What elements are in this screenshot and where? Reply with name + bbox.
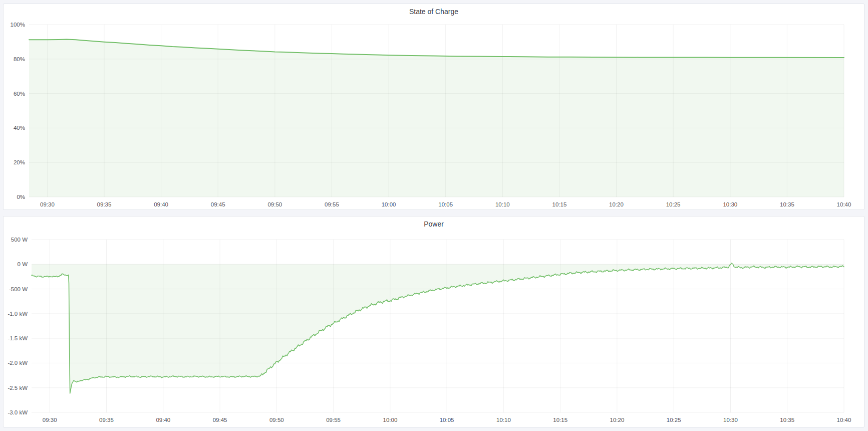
x-tick-label: 09:45 (213, 417, 227, 423)
x-tick-label: 09:50 (267, 201, 282, 207)
y-tick-label: -2.5 kW (8, 385, 28, 391)
y-tick-label: -3.0 kW (8, 409, 28, 415)
x-tick-label: 09:30 (40, 201, 55, 207)
x-tick-label: 10:40 (837, 201, 851, 207)
x-tick-label: 10:10 (495, 201, 510, 207)
x-tick-label: 10:30 (723, 417, 738, 423)
x-tick-label: 10:20 (609, 201, 624, 207)
y-tick-label: 0% (17, 194, 25, 200)
x-tick-label: 09:30 (43, 417, 57, 423)
series-area-fill (29, 40, 844, 197)
x-tick-label: 10:15 (552, 201, 567, 207)
y-tick-label: 60% (14, 91, 25, 97)
x-tick-label: 09:50 (269, 417, 284, 423)
x-tick-label: 10:35 (780, 201, 794, 207)
x-tick-label: 10:00 (383, 417, 398, 423)
state-of-charge-chart-canvas[interactable]: 100%80%60%40%20%0%09:3009:3509:4009:4509… (4, 4, 865, 210)
x-tick-label: 10:30 (723, 201, 737, 207)
x-tick-label: 10:20 (610, 417, 625, 423)
x-tick-label: 10:00 (382, 201, 396, 207)
x-tick-label: 10:05 (438, 201, 453, 207)
x-tick-label: 10:10 (496, 417, 511, 423)
y-tick-label: -1.5 kW (8, 335, 28, 341)
x-tick-label: 10:35 (780, 417, 794, 423)
series-area-fill (32, 263, 844, 393)
x-tick-label: 09:35 (97, 201, 112, 207)
x-tick-label: 10:25 (666, 201, 681, 207)
panel-state-of-charge: State of Charge 100%80%60%40%20%0%09:300… (3, 4, 864, 210)
x-tick-label: 10:05 (440, 417, 454, 423)
x-tick-label: 09:45 (211, 201, 225, 207)
y-tick-label: 0 W (18, 261, 28, 267)
x-tick-label: 10:40 (837, 417, 851, 423)
y-tick-label: 500 W (11, 237, 28, 243)
y-tick-label: 80% (14, 56, 25, 62)
y-tick-label: 40% (14, 125, 25, 131)
y-tick-label: -500 W (9, 286, 28, 292)
x-tick-label: 09:35 (99, 417, 114, 423)
y-tick-label: -2.0 kW (8, 360, 28, 366)
y-tick-label: -1.0 kW (8, 311, 28, 317)
x-tick-label: 09:40 (156, 417, 170, 423)
x-tick-label: 10:15 (553, 417, 567, 423)
panel-power: Power 500 W0 W-500 W-1.0 kW-1.5 kW-2.0 k… (3, 216, 864, 427)
y-tick-label: 100% (11, 22, 25, 28)
power-chart-canvas[interactable]: 500 W0 W-500 W-1.0 kW-1.5 kW-2.0 kW-2.5 … (4, 217, 865, 428)
x-tick-label: 09:55 (325, 201, 339, 207)
x-tick-label: 10:25 (667, 417, 681, 423)
x-tick-label: 09:40 (154, 201, 168, 207)
x-tick-label: 09:55 (326, 417, 341, 423)
y-tick-label: 20% (14, 159, 25, 165)
grafana-dashboard: { "panels": [ { "title": "State of Charg… (0, 0, 868, 431)
